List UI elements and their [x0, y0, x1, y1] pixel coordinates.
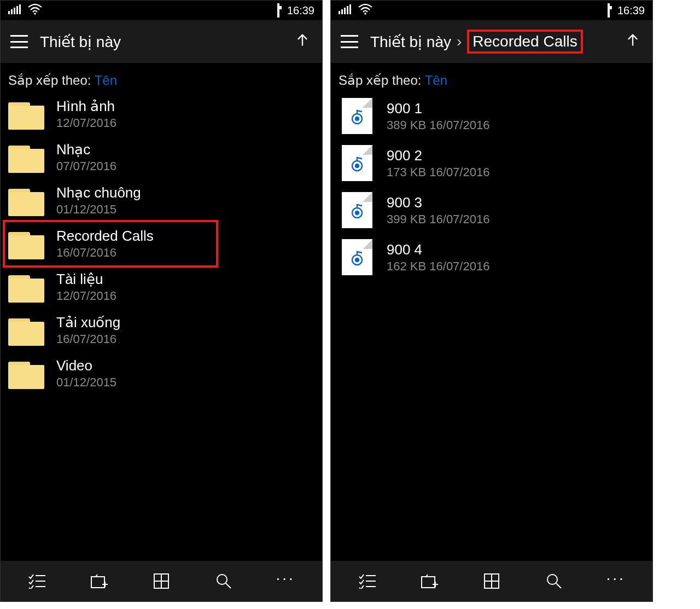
svg-rect-21	[349, 4, 351, 14]
item-date: 16/07/2016	[56, 332, 120, 346]
svg-rect-34	[422, 577, 435, 588]
list-item[interactable]: 900 2 173 KB 16/07/2016	[331, 140, 652, 187]
svg-point-22	[364, 13, 366, 15]
svg-rect-2	[14, 8, 15, 14]
wifi-icon	[358, 4, 372, 18]
svg-point-5	[34, 13, 36, 15]
app-header: Thiết bị này › Recorded Calls	[331, 20, 652, 63]
item-name: Video	[56, 357, 116, 374]
item-name: Nhạc	[56, 141, 116, 158]
audio-file-icon	[342, 145, 372, 181]
chevron-right-icon: ›	[457, 33, 462, 50]
item-name: Recorded Calls	[56, 228, 154, 245]
item-name: 900 2	[387, 147, 489, 164]
folder-icon	[8, 99, 44, 130]
battery-icon	[277, 4, 279, 17]
battery-icon	[608, 4, 610, 17]
select-icon[interactable]	[351, 567, 384, 595]
up-button[interactable]	[623, 32, 643, 51]
folder-icon	[8, 358, 44, 389]
list-item-highlighted[interactable]: Recorded Calls 16/07/2016	[1, 222, 322, 265]
file-list: 900 1 389 KB 16/07/2016 900 2 173 KB 16/…	[331, 92, 652, 561]
folder-icon	[8, 142, 44, 173]
list-item[interactable]: Tải xuống 16/07/2016	[1, 309, 322, 352]
list-item[interactable]: 900 4 162 KB 16/07/2016	[331, 234, 652, 281]
right-screen: 16:39 Thiết bị này › Recorded Calls Sắp …	[330, 0, 653, 602]
audio-file-icon	[342, 98, 372, 134]
item-date: 12/07/2016	[56, 116, 116, 130]
list-item[interactable]: Hình ảnh 12/07/2016	[1, 92, 322, 136]
sort-value[interactable]: Tên	[95, 73, 117, 88]
svg-line-16	[226, 583, 231, 588]
svg-rect-3	[16, 6, 18, 14]
svg-rect-4	[19, 4, 21, 14]
status-bar: 16:39	[331, 1, 652, 20]
left-screen: 16:39 Thiết bị này Sắp xếp theo: Tên Hìn…	[0, 0, 323, 602]
svg-point-24	[355, 117, 359, 120]
more-icon[interactable]: ···	[269, 567, 302, 595]
svg-point-28	[355, 211, 359, 214]
list-item[interactable]: Nhạc 07/07/2016	[1, 136, 322, 179]
list-item[interactable]: Video 01/12/2015	[1, 352, 322, 395]
list-item[interactable]: 900 3 399 KB 16/07/2016	[331, 187, 652, 234]
item-date: 07/07/2016	[56, 159, 116, 173]
sort-label: Sắp xếp theo:	[8, 73, 91, 88]
item-sub: 399 KB 16/07/2016	[387, 212, 489, 227]
folder-list: Hình ảnh 12/07/2016 Nhạc 07/07/2016 Nhạc…	[1, 92, 322, 561]
sort-label: Sắp xếp theo:	[339, 73, 421, 88]
item-name: Tải xuống	[56, 314, 120, 331]
signal-icon	[339, 4, 352, 17]
new-folder-icon[interactable]	[83, 567, 115, 595]
clock: 16:39	[287, 4, 314, 17]
search-icon[interactable]	[538, 567, 570, 595]
page-title: Thiết bị này	[40, 33, 121, 51]
svg-point-30	[355, 258, 359, 262]
svg-rect-18	[341, 9, 343, 14]
hamburger-icon[interactable]	[10, 35, 28, 48]
bottom-bar: ···	[1, 561, 322, 601]
item-name: Hình ảnh	[56, 98, 116, 115]
item-name: 900 1	[387, 100, 489, 117]
svg-point-15	[217, 575, 227, 584]
list-item[interactable]: 900 1 389 KB 16/07/2016	[331, 92, 652, 140]
svg-rect-0	[8, 11, 10, 14]
folder-icon	[8, 229, 44, 259]
view-icon[interactable]	[475, 567, 508, 595]
svg-rect-9	[91, 577, 104, 588]
audio-file-icon	[342, 192, 372, 228]
item-date: 01/12/2015	[56, 375, 116, 390]
clock: 16:39	[617, 4, 645, 17]
more-icon[interactable]: ···	[599, 567, 632, 595]
item-date: 01/12/2015	[56, 202, 141, 217]
new-folder-icon[interactable]	[413, 567, 446, 595]
breadcrumb-root[interactable]: Thiết bị này	[370, 33, 451, 51]
signal-icon	[8, 4, 21, 17]
app-header: Thiết bị này	[1, 20, 322, 63]
up-button[interactable]	[293, 32, 312, 51]
folder-icon	[8, 315, 44, 346]
breadcrumb-current: Recorded Calls	[472, 33, 577, 50]
item-name: 900 3	[387, 194, 489, 211]
item-date: 12/07/2016	[56, 289, 116, 303]
hamburger-icon[interactable]	[341, 35, 358, 48]
item-sub: 389 KB 16/07/2016	[387, 118, 489, 132]
list-item[interactable]: Nhạc chuông 01/12/2015	[1, 179, 322, 222]
svg-rect-17	[339, 11, 340, 14]
svg-rect-1	[11, 9, 13, 14]
select-icon[interactable]	[21, 567, 54, 595]
folder-icon	[8, 185, 44, 216]
item-date: 16/07/2016	[56, 246, 154, 260]
svg-rect-20	[347, 6, 348, 14]
breadcrumb[interactable]: Thiết bị này › Recorded Calls	[370, 30, 611, 54]
sort-value[interactable]: Tên	[425, 73, 447, 88]
view-icon[interactable]	[145, 567, 178, 595]
svg-point-26	[355, 164, 359, 167]
list-item[interactable]: Tài liệu 12/07/2016	[1, 265, 322, 309]
sort-row[interactable]: Sắp xếp theo: Tên	[331, 63, 652, 92]
highlight-box: Recorded Calls	[467, 30, 582, 54]
sort-row[interactable]: Sắp xếp theo: Tên	[1, 63, 322, 92]
svg-rect-19	[344, 8, 346, 14]
search-icon[interactable]	[207, 567, 240, 595]
audio-file-icon	[342, 239, 372, 275]
svg-point-40	[547, 575, 557, 584]
